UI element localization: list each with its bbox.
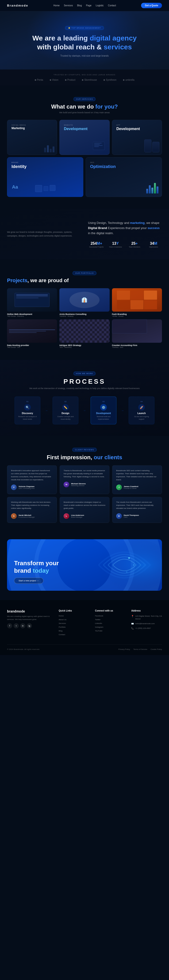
footer-cookie-link[interactable]: Cookie Policy <box>151 648 162 651</box>
service-card-optim-label: SEO <box>90 162 158 163</box>
project-thumb-5 <box>112 319 162 343</box>
marketing-visual <box>44 145 55 152</box>
service-card-identity-label: Brand <box>11 162 79 163</box>
footer-email-text[interactable]: hello@brandmode.com <box>135 622 155 625</box>
process-step-development[interactable]: 03 ⚙️ Development Technical build and im… <box>90 396 116 425</box>
process-step-launch[interactable]: 04 🚀 Launch Go-live and ongoing support <box>129 396 155 425</box>
testimonial-avatar-5: D <box>116 513 122 519</box>
nav-cta-button[interactable]: Get a Quote <box>141 3 162 8</box>
stat-years: 13Y Years in business <box>107 242 124 248</box>
stat-years-label: Years in business <box>107 246 124 248</box>
nav-logo[interactable]: Brandmode <box>7 4 28 7</box>
testimonial-4[interactable]: Brandmode's innovative strategies helped… <box>60 497 109 523</box>
project-card-1[interactable]: 👔 Arnis Business Consulting Branding · S… <box>60 288 109 317</box>
footer-connect-li[interactable]: LinkedIn <box>95 622 126 624</box>
nav-link-contact[interactable]: Contact <box>108 4 116 7</box>
project-card-2[interactable]: Fash Branding Identity · Design <box>112 288 162 317</box>
navigation: Brandmode Home Services Blog Page Logist… <box>0 0 169 11</box>
project-thumb-2 <box>112 288 162 312</box>
footer-link-contact[interactable]: Contact <box>59 633 89 636</box>
project-card-5[interactable]: Counter Accounting Firm Branding · Web <box>112 319 162 348</box>
footer-terms-link[interactable]: Terms of Service <box>133 648 147 651</box>
hero-heading-line2: with global reach & services <box>37 43 132 51</box>
testimonial-0[interactable]: Brandmode's innovative approach transfor… <box>7 465 57 494</box>
project-type-3: Web Design · Dev <box>7 347 57 348</box>
footer-connect-tw[interactable]: Twitter <box>95 619 126 620</box>
footer-instagram-icon[interactable]: ig <box>27 623 32 628</box>
service-card-app-label: App <box>116 124 158 126</box>
cta-button[interactable]: Start a new project → <box>14 578 43 584</box>
service-card-app-title: Development <box>116 127 158 132</box>
footer: brandmode We are a leading digital agenc… <box>0 600 169 655</box>
footer-connect-ig[interactable]: Instagram <box>95 626 126 628</box>
nav-links: Home Services Blog Page Logistic Contact <box>53 4 116 7</box>
footer-link-about[interactable]: About Us <box>59 619 89 620</box>
service-card-marketing-title: Marketing <box>11 127 53 130</box>
service-card-web[interactable]: Website Development <box>60 120 109 155</box>
footer-phone-item: 📞 +1 (555) 123-4567 <box>131 627 162 630</box>
process-connector-1: → <box>45 396 48 425</box>
service-card-identity[interactable]: Brand Identity Aa <box>7 157 83 197</box>
testimonial-1[interactable]: Thanks to Brandmode, our social media pr… <box>60 465 109 494</box>
project-name-1: Arnis Business Consulting <box>60 313 109 315</box>
testimonial-2[interactable]: Brandmode SEO and content marketing expe… <box>112 465 162 494</box>
testimonial-3[interactable]: Working with Brandmode was the best deci… <box>7 497 57 523</box>
process-connector-3: → <box>121 396 124 425</box>
stat-projects-label: Successful Projects <box>88 246 105 248</box>
footer-socials: f t in ig <box>7 623 53 628</box>
nav-link-services[interactable]: Services <box>64 4 73 7</box>
footer-connect-yt[interactable]: YouTube <box>95 630 126 632</box>
service-card-app[interactable]: App Development <box>112 120 162 155</box>
project-name-0: Online Web development <box>7 313 57 315</box>
nav-link-blog[interactable]: Blog <box>77 4 82 7</box>
partner-penta: Penta <box>35 79 43 81</box>
footer-address-text: 123 Digital Street, Tech City, CA 90210 <box>135 615 162 620</box>
hero-accent-services: services <box>104 43 132 51</box>
testimonials-title: First impression, our clients <box>7 454 162 461</box>
footer-link-portfolio[interactable]: Portfolio <box>59 626 89 628</box>
partner-logos: Penta Vision Product Stormhouse Symtheon… <box>7 79 162 81</box>
svg-point-1 <box>128 557 130 559</box>
process-connector-2: → <box>83 396 86 425</box>
testimonials-section: Client Reviews First impression, our cli… <box>0 436 169 539</box>
footer-phone-text[interactable]: +1 (555) 123-4567 <box>135 627 151 630</box>
stats-grid: 254M+ Successful Projects 13Y Years in b… <box>88 242 162 248</box>
partner-symtheon: Symtheon <box>103 79 116 81</box>
nav-link-home[interactable]: Home <box>53 4 60 7</box>
footer-link-home[interactable]: Home <box>59 615 89 617</box>
nav-link-logistic[interactable]: Logistic <box>96 4 104 7</box>
projects-title: Projects, we are proud of <box>7 277 162 283</box>
footer-links-col: Quick Links Home About Us Services Portf… <box>59 609 89 637</box>
project-thumb-0 <box>7 288 57 312</box>
footer-link-services[interactable]: Services <box>59 622 89 624</box>
testimonial-5[interactable]: The results from Brandmode's services ar… <box>112 497 162 523</box>
hero-accent-digital: digital agency <box>90 34 137 42</box>
footer-linkedin-icon[interactable]: in <box>20 623 25 628</box>
hero-section: ⭐ Top Brand Management We are a leading … <box>0 11 169 70</box>
location-icon: 📍 <box>131 615 134 617</box>
process-step-design[interactable]: 02 ✏️ Design Creative concepts and visua… <box>53 396 79 425</box>
testimonial-author-4: L Lisa Anderson Brand Manager <box>64 513 105 519</box>
footer-twitter-icon[interactable]: t <box>14 623 19 628</box>
footer-facebook-icon[interactable]: f <box>7 623 12 628</box>
partners-section: Trusted by startups, mid-size and large … <box>0 70 169 85</box>
footer-privacy-link[interactable]: Privacy Policy <box>118 648 130 651</box>
footer-connect-fb[interactable]: Facebook <box>95 615 126 617</box>
nav-link-page[interactable]: Page <box>86 4 91 7</box>
process-subtitle: We work at the intersection of strategy,… <box>26 387 143 390</box>
project-card-4[interactable]: Intrigue SEO Strategy SEO · Marketing <box>60 319 109 348</box>
projects-grid: Online Web development Web Design · Bran… <box>7 288 162 348</box>
process-step-discovery[interactable]: 01 🔍 Discovery Research and analysis of … <box>14 396 40 425</box>
footer-copyright: © 2024 Brandmode. All rights reserved. <box>7 648 40 651</box>
email-icon: ✉️ <box>131 622 134 625</box>
service-card-marketing-label: Social Media <box>11 124 53 126</box>
project-card-0[interactable]: Online Web development Web Design · Bran… <box>7 288 57 317</box>
service-card-optimization[interactable]: SEO Optimization <box>86 157 162 197</box>
design-icon: ✏️ <box>62 404 69 410</box>
service-card-marketing[interactable]: Social Media Marketing <box>7 120 57 155</box>
testimonials-grid: Brandmode's innovative approach transfor… <box>7 465 162 523</box>
footer-link-blog[interactable]: Blog <box>59 630 89 632</box>
project-name-5: Counter Accounting Firm <box>112 344 162 347</box>
project-card-3[interactable]: Data Hosting provider Web Design · Dev <box>7 319 57 348</box>
testimonial-author-5: D David Thompson CMO <box>116 513 158 519</box>
